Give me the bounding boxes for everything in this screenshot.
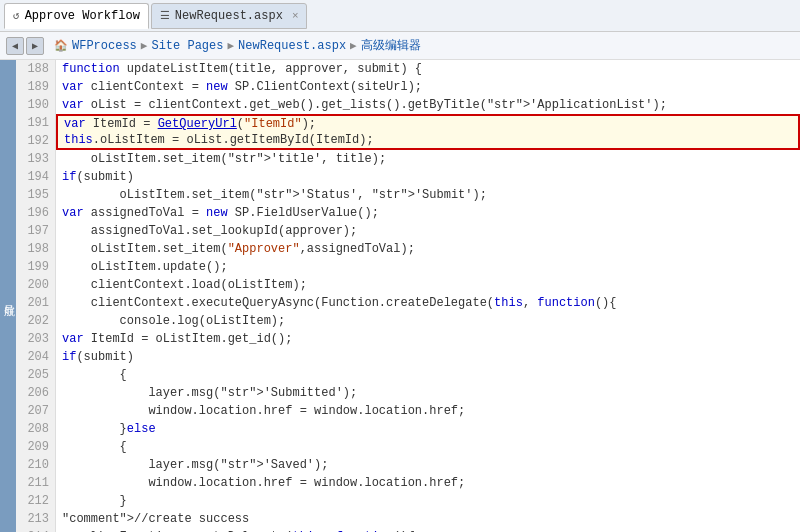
code-line: if(submit) bbox=[56, 168, 800, 186]
tab-approve-workflow[interactable]: ↺ Approve Workflow bbox=[4, 3, 149, 29]
code-line: clientContext.load(oListItem); bbox=[56, 276, 800, 294]
code-line: console.log(oListItem); bbox=[56, 312, 800, 330]
code-line: var ItemId = oListItem.get_id(); bbox=[56, 330, 800, 348]
line-number: 201 bbox=[16, 294, 55, 312]
line-number: 199 bbox=[16, 258, 55, 276]
line-number: 196 bbox=[16, 204, 55, 222]
breadcrumb-bar: ◀ ▶ 🏠 WFProcess ▶ Site Pages ▶ NewReques… bbox=[0, 32, 800, 60]
line-number: 197 bbox=[16, 222, 55, 240]
line-number: 202 bbox=[16, 312, 55, 330]
code-line: { bbox=[56, 366, 800, 384]
left-sidebar[interactable]: 导航 bbox=[0, 60, 16, 532]
line-number: 210 bbox=[16, 456, 55, 474]
code-line: }else bbox=[56, 420, 800, 438]
line-number: 205 bbox=[16, 366, 55, 384]
code-line: window.location.href = window.location.h… bbox=[56, 474, 800, 492]
breadcrumb-sep-1: ▶ bbox=[141, 39, 148, 52]
code-line: var oList = clientContext.get_web().get_… bbox=[56, 96, 800, 114]
code-line: layer.msg("str">'Saved'); bbox=[56, 456, 800, 474]
forward-button[interactable]: ▶ bbox=[26, 37, 44, 55]
breadcrumb-sep-2: ▶ bbox=[227, 39, 234, 52]
line-number: 209 bbox=[16, 438, 55, 456]
line-number: 190 bbox=[16, 96, 55, 114]
back-button[interactable]: ◀ bbox=[6, 37, 24, 55]
breadcrumb-newrequest[interactable]: NewRequest.aspx bbox=[238, 39, 346, 53]
code-line: oListItem.set_item("str">'title', title)… bbox=[56, 150, 800, 168]
line-number: 191 bbox=[16, 114, 55, 132]
breadcrumb-wfprocess[interactable]: WFProcess bbox=[72, 39, 137, 53]
breadcrumb-sitepages[interactable]: Site Pages bbox=[151, 39, 223, 53]
tab-new-request[interactable]: ☰ NewRequest.aspx × bbox=[151, 3, 308, 29]
code-line: var assignedToVal = new SP.FieldUserValu… bbox=[56, 204, 800, 222]
line-number: 212 bbox=[16, 492, 55, 510]
code-line: oListItem.set_item("str">'Status', "str"… bbox=[56, 186, 800, 204]
code-line: this.oListItem = oList.getItemById(ItemI… bbox=[56, 132, 800, 150]
line-number: 206 bbox=[16, 384, 55, 402]
line-number: 188 bbox=[16, 60, 55, 78]
line-number: 195 bbox=[16, 186, 55, 204]
tab-label: NewRequest.aspx bbox=[175, 9, 283, 23]
line-number: 214 bbox=[16, 528, 55, 532]
code-line: "comment">//create success bbox=[56, 510, 800, 528]
line-number: 192 bbox=[16, 132, 55, 150]
code-line: oListItem.update(); bbox=[56, 258, 800, 276]
code-line: var clientContext = new SP.ClientContext… bbox=[56, 78, 800, 96]
line-number: 207 bbox=[16, 402, 55, 420]
breadcrumb-editor[interactable]: 高级编辑器 bbox=[361, 37, 421, 54]
code-line: oListItem.set_item("Approver",assignedTo… bbox=[56, 240, 800, 258]
home-icon: 🏠 bbox=[54, 39, 68, 52]
tab-bar: ↺ Approve Workflow ☰ NewRequest.aspx × bbox=[0, 0, 800, 32]
line-number: 200 bbox=[16, 276, 55, 294]
file-icon: ☰ bbox=[160, 9, 170, 22]
breadcrumb-sep-3: ▶ bbox=[350, 39, 357, 52]
code-line: { bbox=[56, 438, 800, 456]
line-number: 211 bbox=[16, 474, 55, 492]
code-line: var ItemId = GetQueryUrl("ItemId"); bbox=[56, 114, 800, 132]
code-line: function updateListItem(title, approver,… bbox=[56, 60, 800, 78]
line-number: 194 bbox=[16, 168, 55, 186]
refresh-icon: ↺ bbox=[13, 9, 20, 22]
code-line: assignedToVal.set_lookupId(approver); bbox=[56, 222, 800, 240]
code-line: }), Function.createDelegate(this, functi… bbox=[56, 528, 800, 532]
tab-label: Approve Workflow bbox=[25, 9, 140, 23]
line-number: 189 bbox=[16, 78, 55, 96]
line-number: 193 bbox=[16, 150, 55, 168]
tab-close-button[interactable]: × bbox=[292, 10, 299, 22]
editor: 导航 1881891901911921931941951961971981992… bbox=[0, 60, 800, 532]
line-number: 203 bbox=[16, 330, 55, 348]
nav-buttons: ◀ ▶ bbox=[6, 37, 44, 55]
line-number: 204 bbox=[16, 348, 55, 366]
line-number: 213 bbox=[16, 510, 55, 528]
code-content[interactable]: function updateListItem(title, approver,… bbox=[56, 60, 800, 532]
line-numbers: 1881891901911921931941951961971981992002… bbox=[16, 60, 56, 532]
code-line: layer.msg("str">'Submitted'); bbox=[56, 384, 800, 402]
code-line: clientContext.executeQueryAsync(Function… bbox=[56, 294, 800, 312]
line-number: 208 bbox=[16, 420, 55, 438]
code-line: if(submit) bbox=[56, 348, 800, 366]
code-line: window.location.href = window.location.h… bbox=[56, 402, 800, 420]
line-number: 198 bbox=[16, 240, 55, 258]
code-line: } bbox=[56, 492, 800, 510]
